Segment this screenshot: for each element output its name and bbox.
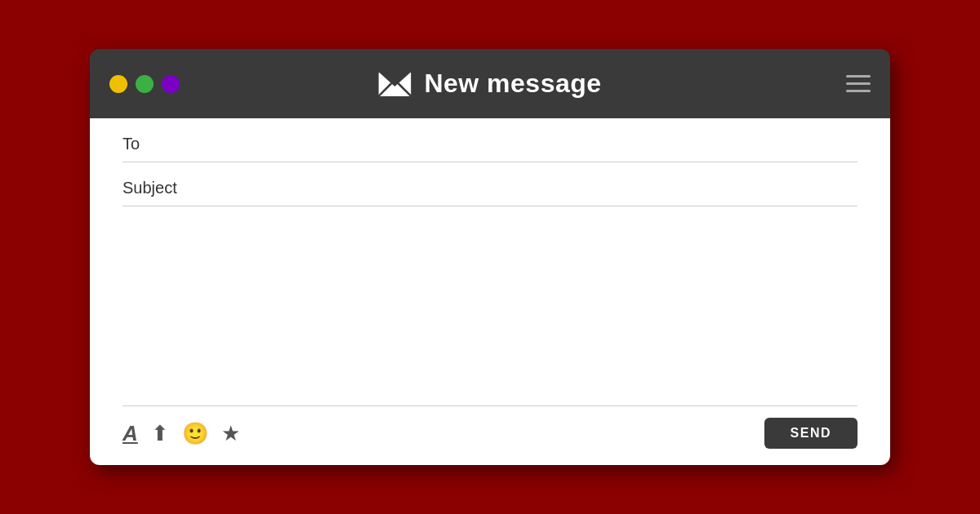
subject-input[interactable] — [188, 179, 858, 197]
to-label: To — [122, 135, 188, 153]
window-title-area: New message — [378, 69, 601, 99]
maximize-button[interactable] — [136, 75, 154, 93]
send-button[interactable]: SEND — [764, 418, 858, 449]
emoji-icon[interactable]: 🙂 — [182, 421, 208, 446]
hamburger-line-2 — [846, 82, 871, 85]
hamburger-line-3 — [846, 90, 871, 92]
upload-icon[interactable]: ⬆ — [151, 421, 169, 446]
format-text-icon[interactable]: A — [122, 421, 138, 446]
body-area — [122, 206, 858, 405]
content-area: To Subject A ⬆ 🙂 ★ SEND — [90, 118, 890, 465]
window-controls — [109, 75, 180, 93]
titlebar: New message — [90, 49, 890, 118]
toolbar-icons: A ⬆ 🙂 ★ — [122, 421, 240, 446]
page-title: New message — [424, 69, 601, 99]
star-icon[interactable]: ★ — [221, 421, 240, 446]
close-button[interactable] — [162, 75, 180, 93]
menu-button[interactable] — [846, 75, 871, 92]
mail-icon — [378, 72, 411, 96]
to-field-row: To — [122, 118, 858, 162]
body-textarea[interactable] — [122, 219, 858, 392]
subject-label: Subject — [122, 179, 188, 197]
bottom-toolbar: A ⬆ 🙂 ★ SEND — [122, 405, 858, 449]
subject-field-row: Subject — [122, 162, 858, 206]
compose-window: New message To Subject A ⬆ 🙂 — [90, 49, 890, 465]
hamburger-line-1 — [846, 75, 871, 78]
minimize-button[interactable] — [109, 75, 127, 93]
to-input[interactable] — [188, 135, 858, 153]
